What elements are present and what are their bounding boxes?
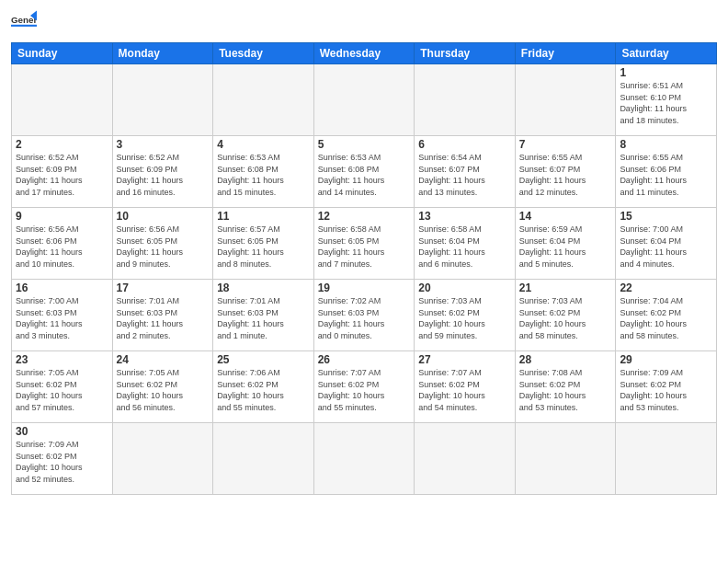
logo: General: [11, 9, 40, 35]
day-number: 9: [16, 210, 108, 223]
calendar-cell: 1Sunrise: 6:51 AM Sunset: 6:10 PM Daylig…: [616, 64, 717, 136]
day-number: 17: [117, 282, 210, 294]
day-number: 19: [318, 282, 411, 294]
day-number: 20: [418, 282, 511, 294]
day-number: 26: [318, 353, 411, 366]
day-number: 30: [16, 425, 108, 438]
day-number: 10: [117, 210, 210, 223]
day-info: Sunrise: 7:03 AM Sunset: 6:02 PM Dayligh…: [418, 295, 511, 341]
calendar-cell: [112, 64, 213, 136]
calendar-cell: 8Sunrise: 6:55 AM Sunset: 6:06 PM Daylig…: [616, 136, 717, 208]
day-number: 28: [519, 353, 612, 366]
day-info: Sunrise: 6:55 AM Sunset: 6:06 PM Dayligh…: [620, 152, 712, 198]
day-number: 7: [519, 138, 612, 151]
day-info: Sunrise: 7:01 AM Sunset: 6:03 PM Dayligh…: [117, 295, 210, 341]
day-number: 2: [16, 138, 108, 151]
day-header-friday: Friday: [515, 43, 616, 64]
day-info: Sunrise: 7:09 AM Sunset: 6:02 PM Dayligh…: [620, 367, 712, 413]
day-header-thursday: Thursday: [415, 43, 516, 64]
calendar-cell: 5Sunrise: 6:53 AM Sunset: 6:08 PM Daylig…: [313, 136, 415, 208]
calendar-week-row: 2Sunrise: 6:52 AM Sunset: 6:09 PM Daylig…: [12, 136, 717, 208]
day-info: Sunrise: 6:52 AM Sunset: 6:09 PM Dayligh…: [16, 152, 108, 198]
calendar-cell: 13Sunrise: 6:58 AM Sunset: 6:04 PM Dayli…: [415, 208, 516, 280]
calendar-cell: 22Sunrise: 7:04 AM Sunset: 6:02 PM Dayli…: [616, 280, 717, 351]
calendar-cell: 19Sunrise: 7:02 AM Sunset: 6:03 PM Dayli…: [313, 280, 415, 351]
calendar-cell: [12, 64, 113, 136]
day-number: 14: [519, 210, 612, 223]
calendar-cell: 20Sunrise: 7:03 AM Sunset: 6:02 PM Dayli…: [415, 280, 516, 351]
calendar-cell: 18Sunrise: 7:01 AM Sunset: 6:03 PM Dayli…: [213, 280, 314, 351]
day-info: Sunrise: 6:53 AM Sunset: 6:08 PM Dayligh…: [318, 152, 411, 198]
day-number: 25: [217, 353, 310, 366]
day-number: 13: [418, 210, 511, 223]
page: General SundayMondayTuesdayWednesdayThur…: [0, 0, 728, 563]
day-info: Sunrise: 7:03 AM Sunset: 6:02 PM Dayligh…: [519, 295, 612, 341]
day-info: Sunrise: 6:53 AM Sunset: 6:08 PM Dayligh…: [217, 152, 310, 198]
calendar-week-row: 30Sunrise: 7:09 AM Sunset: 6:02 PM Dayli…: [12, 423, 717, 495]
calendar-cell: 14Sunrise: 6:59 AM Sunset: 6:04 PM Dayli…: [515, 208, 616, 280]
calendar-cell: 17Sunrise: 7:01 AM Sunset: 6:03 PM Dayli…: [112, 280, 213, 351]
calendar-cell: 4Sunrise: 6:53 AM Sunset: 6:08 PM Daylig…: [213, 136, 314, 208]
day-header-sunday: Sunday: [12, 43, 113, 64]
day-info: Sunrise: 7:00 AM Sunset: 6:03 PM Dayligh…: [16, 295, 108, 341]
calendar-cell: [515, 423, 616, 495]
calendar-cell: 30Sunrise: 7:09 AM Sunset: 6:02 PM Dayli…: [12, 423, 113, 495]
calendar-cell: 9Sunrise: 6:56 AM Sunset: 6:06 PM Daylig…: [12, 208, 113, 280]
day-info: Sunrise: 7:04 AM Sunset: 6:02 PM Dayligh…: [620, 295, 712, 341]
day-info: Sunrise: 7:07 AM Sunset: 6:02 PM Dayligh…: [318, 367, 411, 413]
day-info: Sunrise: 6:58 AM Sunset: 6:04 PM Dayligh…: [418, 224, 511, 270]
calendar-week-row: 9Sunrise: 6:56 AM Sunset: 6:06 PM Daylig…: [12, 208, 717, 280]
day-info: Sunrise: 7:08 AM Sunset: 6:02 PM Dayligh…: [519, 367, 612, 413]
calendar-cell: 12Sunrise: 6:58 AM Sunset: 6:05 PM Dayli…: [313, 208, 415, 280]
calendar: SundayMondayTuesdayWednesdayThursdayFrid…: [11, 42, 717, 495]
day-number: 12: [318, 210, 411, 223]
day-number: 11: [217, 210, 310, 223]
day-header-wednesday: Wednesday: [313, 43, 415, 64]
day-info: Sunrise: 6:54 AM Sunset: 6:07 PM Dayligh…: [418, 152, 511, 198]
day-number: 24: [117, 353, 210, 366]
day-info: Sunrise: 6:51 AM Sunset: 6:10 PM Dayligh…: [620, 80, 712, 126]
day-number: 16: [16, 282, 108, 294]
day-info: Sunrise: 7:01 AM Sunset: 6:03 PM Dayligh…: [217, 295, 310, 341]
calendar-week-row: 1Sunrise: 6:51 AM Sunset: 6:10 PM Daylig…: [12, 64, 717, 136]
calendar-cell: 24Sunrise: 7:05 AM Sunset: 6:02 PM Dayli…: [112, 351, 213, 423]
calendar-cell: 10Sunrise: 6:56 AM Sunset: 6:05 PM Dayli…: [112, 208, 213, 280]
day-number: 21: [519, 282, 612, 294]
day-number: 18: [217, 282, 310, 294]
day-info: Sunrise: 7:02 AM Sunset: 6:03 PM Dayligh…: [318, 295, 411, 341]
calendar-cell: [313, 423, 415, 495]
calendar-cell: 29Sunrise: 7:09 AM Sunset: 6:02 PM Dayli…: [616, 351, 717, 423]
calendar-cell: 15Sunrise: 7:00 AM Sunset: 6:04 PM Dayli…: [616, 208, 717, 280]
day-number: 1: [620, 66, 712, 79]
day-info: Sunrise: 6:59 AM Sunset: 6:04 PM Dayligh…: [519, 224, 612, 270]
svg-rect-1: [11, 25, 37, 27]
day-header-saturday: Saturday: [616, 43, 717, 64]
day-info: Sunrise: 7:05 AM Sunset: 6:02 PM Dayligh…: [16, 367, 108, 413]
day-number: 27: [418, 353, 511, 366]
day-number: 4: [217, 138, 310, 151]
logo-icon: General: [11, 9, 37, 35]
day-number: 15: [620, 210, 712, 223]
calendar-week-row: 23Sunrise: 7:05 AM Sunset: 6:02 PM Dayli…: [12, 351, 717, 423]
day-number: 23: [16, 353, 108, 366]
calendar-cell: 7Sunrise: 6:55 AM Sunset: 6:07 PM Daylig…: [515, 136, 616, 208]
day-info: Sunrise: 6:56 AM Sunset: 6:05 PM Dayligh…: [117, 224, 210, 270]
day-number: 5: [318, 138, 411, 151]
day-number: 29: [620, 353, 712, 366]
day-info: Sunrise: 6:58 AM Sunset: 6:05 PM Dayligh…: [318, 224, 411, 270]
day-header-monday: Monday: [112, 43, 213, 64]
day-number: 3: [117, 138, 210, 151]
calendar-cell: 25Sunrise: 7:06 AM Sunset: 6:02 PM Dayli…: [213, 351, 314, 423]
header: General: [11, 9, 717, 35]
calendar-cell: [415, 423, 516, 495]
calendar-cell: [515, 64, 616, 136]
day-header-tuesday: Tuesday: [213, 43, 314, 64]
calendar-cell: 23Sunrise: 7:05 AM Sunset: 6:02 PM Dayli…: [12, 351, 113, 423]
calendar-cell: [112, 423, 213, 495]
calendar-cell: [213, 64, 314, 136]
calendar-cell: 26Sunrise: 7:07 AM Sunset: 6:02 PM Dayli…: [313, 351, 415, 423]
calendar-cell: 11Sunrise: 6:57 AM Sunset: 6:05 PM Dayli…: [213, 208, 314, 280]
day-number: 8: [620, 138, 712, 151]
calendar-week-row: 16Sunrise: 7:00 AM Sunset: 6:03 PM Dayli…: [12, 280, 717, 351]
day-info: Sunrise: 6:52 AM Sunset: 6:09 PM Dayligh…: [117, 152, 210, 198]
